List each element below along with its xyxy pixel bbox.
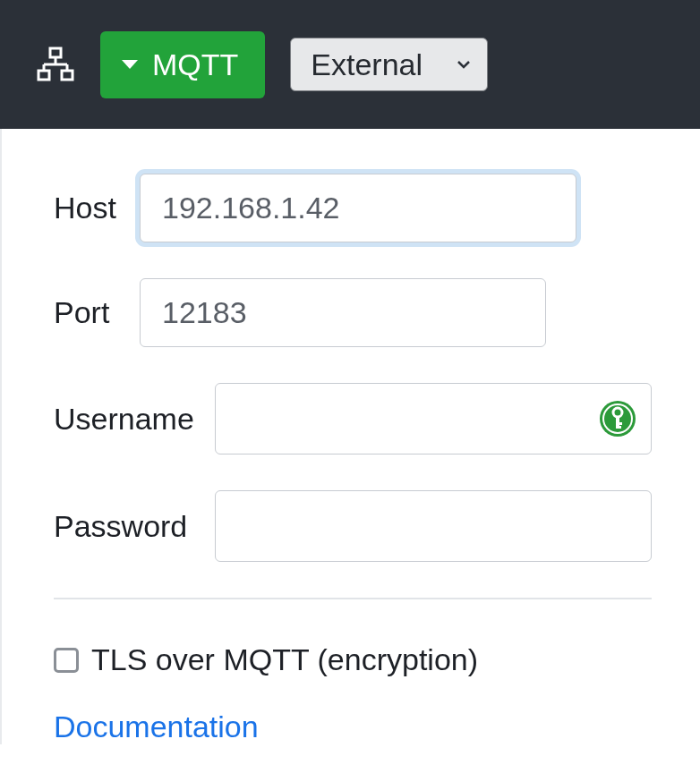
port-input[interactable] xyxy=(140,278,546,347)
chevron-down-icon xyxy=(457,57,471,72)
password-row: Password xyxy=(54,490,652,562)
svg-rect-2 xyxy=(62,71,73,80)
password-field-wrap xyxy=(215,490,652,562)
tls-label: TLS over MQTT (encryption) xyxy=(91,642,478,677)
password-input[interactable] xyxy=(215,490,652,562)
password-label: Password xyxy=(54,509,215,544)
username-label: Username xyxy=(54,402,215,437)
tls-row: TLS over MQTT (encryption) xyxy=(54,642,652,677)
protocol-dropdown-button[interactable]: MQTT xyxy=(100,31,265,98)
scope-select[interactable]: External xyxy=(290,38,488,91)
form-panel: Host Port Username Password xyxy=(0,129,700,744)
tls-checkbox[interactable] xyxy=(54,648,79,673)
host-input[interactable] xyxy=(140,174,576,242)
documentation-link[interactable]: Documentation xyxy=(54,709,259,743)
port-label: Port xyxy=(54,295,140,330)
divider xyxy=(54,598,652,599)
svg-rect-13 xyxy=(616,426,621,429)
host-label: Host xyxy=(54,191,140,225)
username-input[interactable] xyxy=(215,383,652,454)
username-row: Username xyxy=(54,383,652,454)
svg-rect-12 xyxy=(616,422,622,425)
username-field-wrap xyxy=(215,383,652,454)
host-row: Host xyxy=(54,174,652,242)
network-icon xyxy=(36,47,75,82)
scope-select-value: External xyxy=(311,47,423,82)
port-row: Port xyxy=(54,278,652,347)
svg-rect-1 xyxy=(38,71,49,80)
key-icon[interactable] xyxy=(598,399,637,438)
caret-down-icon xyxy=(122,60,138,69)
svg-rect-0 xyxy=(50,48,61,57)
protocol-label: MQTT xyxy=(152,47,238,82)
topbar: MQTT External xyxy=(0,0,700,129)
